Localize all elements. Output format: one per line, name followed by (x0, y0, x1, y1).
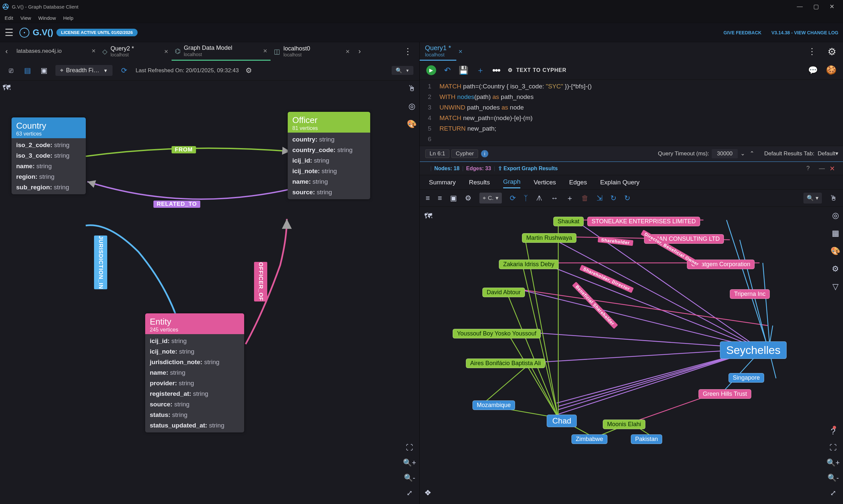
fit-icon[interactable]: ⤢ (407, 489, 412, 498)
hamburger-icon[interactable]: ☰ (5, 27, 14, 38)
path-icon[interactable]: ᛉ (524, 194, 528, 202)
minimize-results-icon[interactable]: — (819, 165, 825, 172)
tab-neo4j[interactable]: latabases.neo4j.io ✕ (13, 42, 99, 61)
version-link[interactable]: V3.14.38 - VIEW CHANGE LOG (771, 30, 838, 35)
tabs-more-icon[interactable]: ⋮ (803, 47, 821, 57)
comment-icon[interactable]: 💬 (808, 66, 818, 75)
zoom-in-icon[interactable]: 🔍+ (826, 458, 840, 467)
refresh-icon[interactable]: ⟳ (119, 66, 129, 75)
help-icon[interactable]: ? (806, 165, 810, 172)
chevron-down-icon[interactable]: ▾ (836, 150, 838, 157)
layout-chip[interactable]: ⌖C.▾ (479, 193, 502, 203)
text-to-cypher-button[interactable]: ⚙ TEXT TO CYPHER (508, 67, 566, 73)
refresh-layout-icon[interactable]: ⟳ (510, 194, 516, 202)
zoom-out-icon[interactable]: 🔍- (827, 474, 839, 482)
layout-dropdown[interactable]: ⌖ Breadth Fi… ▼ (55, 65, 112, 76)
maximize-icon[interactable]: ▢ (813, 3, 819, 10)
schema-view-icon[interactable]: ⎚ (6, 66, 16, 75)
palette-icon[interactable]: 🎨 (407, 120, 417, 129)
node-triperna[interactable]: Triperna Inc (730, 289, 770, 299)
tabs-next-icon[interactable]: › (353, 47, 366, 56)
tab-results[interactable]: Results (469, 177, 490, 188)
tabs-more-icon[interactable]: ⋮ (396, 47, 419, 57)
cookie-icon[interactable]: 🍪 (826, 65, 837, 75)
mouse-icon[interactable]: 🖱 (408, 84, 416, 93)
tabs-prev-icon[interactable]: ‹ (0, 47, 13, 56)
default-tab-value[interactable]: Default (818, 150, 836, 157)
node-singapore[interactable]: Singapore (729, 373, 764, 383)
node-seychelles[interactable]: Seychelles (720, 341, 787, 359)
node-mozambique[interactable]: Mozambique (472, 400, 515, 410)
node-pakistan[interactable]: Pakistan (631, 434, 662, 444)
layers-icon[interactable]: ❖ (424, 488, 432, 498)
node-zakaria[interactable]: Zakaria Idriss Deby (499, 259, 559, 269)
schema-node-entity[interactable]: Entity245 vertices icij_id: string icij_… (145, 313, 244, 432)
help-badge-icon[interactable]: ? (831, 427, 836, 437)
zoom-out-icon[interactable]: 🔍- (404, 474, 415, 482)
node-david[interactable]: David Abtour (482, 288, 525, 297)
menu-edit[interactable]: Edit (5, 15, 13, 21)
close-icon[interactable]: ✕ (91, 48, 96, 54)
timeout-value[interactable]: 30000 (712, 149, 738, 158)
tab-graph-data-model[interactable]: ⌬ Graph Data Model localhost ✕ (172, 42, 271, 61)
search-pill[interactable]: 🔍 ▼ (392, 66, 413, 75)
fit-icon[interactable]: ⤢ (830, 489, 836, 498)
zoom-in-icon[interactable]: 🔍+ (403, 458, 416, 467)
node-shaukat[interactable]: Shaukat (553, 217, 584, 226)
add-node-icon[interactable]: ＋ (566, 193, 573, 203)
history-icon[interactable]: ↶ (444, 66, 451, 75)
tab-explain[interactable]: Explain Query (600, 177, 640, 188)
export-layout-icon[interactable]: ⇲ (596, 194, 603, 202)
image-view-icon[interactable]: ▣ (39, 66, 49, 75)
close-icon[interactable]: ✕ (263, 48, 267, 54)
close-icon[interactable]: ✕ (345, 49, 350, 55)
graph-canvas[interactable]: 🗺 ◎ ▦ 🎨 ⚙ ▽ (420, 207, 843, 504)
give-feedback-link[interactable]: GIVE FEEDBACK (723, 30, 761, 35)
trash-icon[interactable]: 🗑 (581, 194, 589, 202)
gear-icon[interactable]: ⚙ (821, 46, 843, 57)
fullscreen-icon[interactable]: ⛶ (406, 443, 413, 452)
center-icon[interactable]: ◎ (409, 102, 415, 111)
schema-node-officer[interactable]: Officer81 vertices country: string count… (288, 112, 370, 199)
graph-search[interactable]: 🔍▾ (803, 193, 822, 203)
schema-node-country[interactable]: Country63 vertices iso_2_code: string is… (12, 118, 86, 194)
code-editor[interactable]: 1MATCH path=(:Country { iso_3_code: "SYC… (420, 80, 843, 146)
minimize-icon[interactable]: — (797, 3, 803, 10)
tab-vertices[interactable]: Vertices (534, 177, 556, 188)
reload-icon[interactable]: ↻ (610, 194, 616, 202)
snapshot-icon[interactable]: ▣ (450, 194, 457, 202)
close-icon[interactable]: ✕ (164, 49, 168, 55)
node-greenhills[interactable]: Green Hills Trust (699, 389, 751, 399)
node-zimbabwe[interactable]: Zimbabwe (572, 434, 607, 444)
tab-localhost0[interactable]: ◫ localhost0 localhost ✕ (271, 42, 353, 61)
close-results-icon[interactable]: ✕ (829, 165, 835, 173)
palette-icon[interactable]: 🎨 (830, 246, 840, 256)
schema-canvas[interactable]: 🗺 🖱 ◎ 🎨 FROM RELATED_TO JURISDICTION_IN … (0, 80, 419, 504)
menu-window[interactable]: Window (38, 15, 56, 21)
filter-add-icon[interactable]: ≡ (426, 194, 430, 202)
license-badge[interactable]: LICENSE ACTIVE UNTIL 01/02/2026 (56, 29, 137, 36)
save-icon[interactable]: 💾 (459, 66, 468, 75)
gear-icon[interactable]: ⚙ (246, 66, 252, 75)
reload2-icon[interactable]: ↻ (624, 194, 630, 202)
node-moonis[interactable]: Moonis Elahi (603, 419, 645, 429)
menu-help[interactable]: Help (63, 15, 73, 21)
chevron-up-icon[interactable]: ⌃ (750, 150, 754, 157)
filter-icon[interactable]: ▽ (832, 282, 838, 291)
minimap-icon[interactable]: 🗺 (424, 212, 432, 221)
tab-query2[interactable]: ◇ Query2 * localhost ✕ (99, 42, 172, 61)
run-query-button[interactable]: ▶ (426, 65, 436, 75)
tab-query1[interactable]: Query1 * localhost (420, 42, 456, 60)
close-icon[interactable]: ✕ (458, 49, 463, 55)
info-icon[interactable]: i (481, 150, 488, 157)
menu-view[interactable]: View (20, 15, 31, 21)
sliders-icon[interactable]: ⚙ (832, 264, 839, 273)
node-chad[interactable]: Chad (547, 415, 577, 427)
target-icon[interactable]: ◎ (832, 211, 839, 220)
add-icon[interactable]: ＋ (477, 65, 484, 75)
export-graph-button[interactable]: ⇪ Export Graph Results (498, 165, 558, 172)
gear-icon[interactable]: ⚙ (465, 194, 471, 202)
node-aires[interactable]: Aires Bonifácio Baptista Ali (466, 359, 545, 368)
fullscreen-icon[interactable]: ⛶ (829, 443, 837, 452)
chevron-down-icon[interactable]: ⌄ (740, 150, 745, 157)
